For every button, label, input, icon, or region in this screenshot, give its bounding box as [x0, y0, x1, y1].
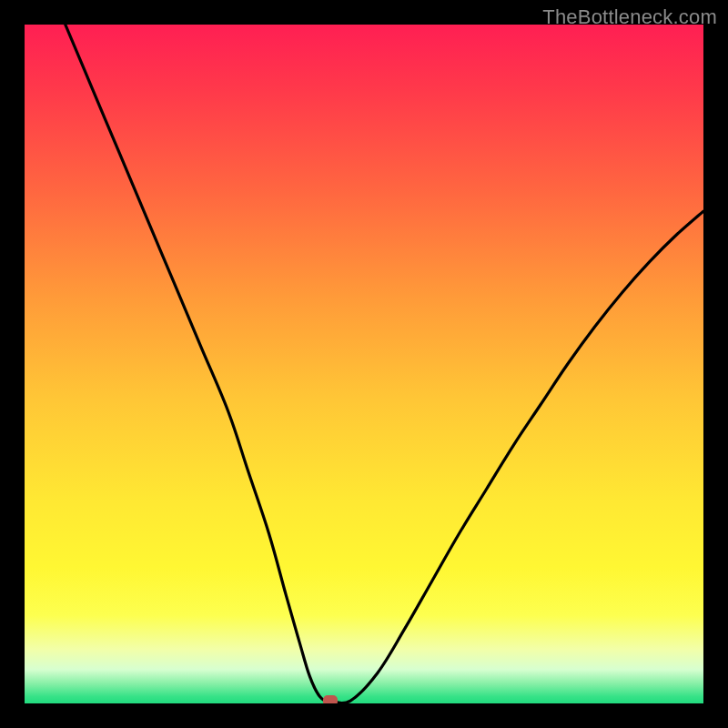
- watermark-text: TheBottleneck.com: [542, 5, 717, 29]
- plot-area: [25, 25, 703, 703]
- optimal-point-marker: [323, 695, 338, 703]
- bottleneck-curve: [25, 25, 703, 703]
- chart-frame: TheBottleneck.com: [0, 0, 728, 728]
